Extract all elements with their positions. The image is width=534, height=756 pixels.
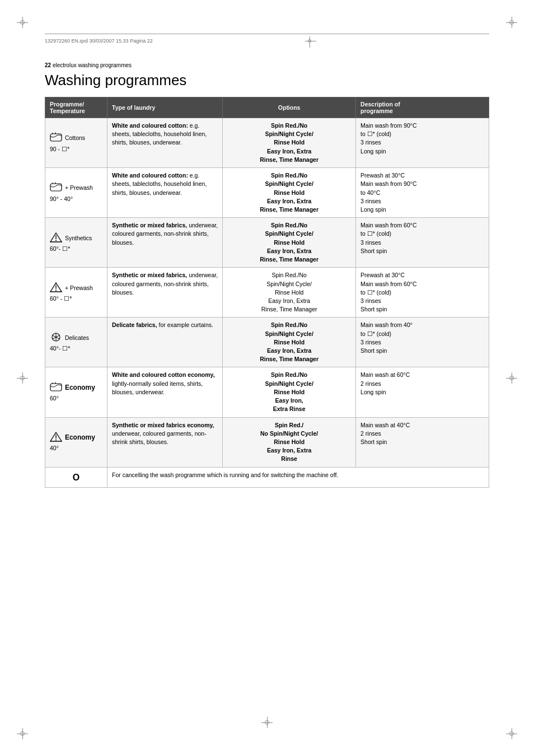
- prog-name-delicates: Delicates: [65, 334, 89, 341]
- svg-point-11: [55, 290, 57, 291]
- table-row: + Prewash 60° - ☐* Synthetic or mixed fa…: [45, 268, 489, 318]
- synthetics-prewash-icon: [50, 282, 62, 295]
- crosshair-br: [506, 728, 517, 739]
- type-economy-60: White and coloured cotton economy, light…: [107, 367, 223, 417]
- prog-name-economy-60: Economy: [65, 384, 95, 391]
- table-row: + Prewash 90° - 40° White and coloured c…: [45, 168, 489, 218]
- doc-file-info: 132972260 EN.qxd 30/03/2007 15.33 Pagina…: [45, 38, 153, 44]
- delicates-icon: [50, 332, 62, 344]
- table-row: Economy 40° Synthetic or mixed fabrics e…: [45, 417, 489, 467]
- desc-cottons: Main wash from 90°Cto ☐* (cold)3 rinsesL…: [356, 118, 489, 168]
- table-row: Cottons 90 - ☐* White and coloured cotto…: [45, 118, 489, 168]
- washing-programmes-table: Programme/Temperature Type of laundry Op…: [45, 97, 489, 488]
- crosshair-tr: [506, 17, 517, 28]
- prog-temp-economy-60: 60°: [50, 394, 102, 403]
- page-subtitle: 22 electrolux washing programmes: [45, 62, 489, 68]
- options-synthetics: Spin Red./NoSpin/Night Cycle/Rinse HoldE…: [223, 218, 356, 268]
- prog-temp-cottons: 90 - ☐*: [50, 145, 102, 153]
- crosshair-right: [506, 372, 517, 384]
- crosshair-top-center: [305, 36, 314, 45]
- type-delicates: Delicate fabrics, for example curtains.: [107, 318, 223, 367]
- programme-synthetics: Synthetics 60°- ☐*: [45, 218, 107, 268]
- col-header-options: Options: [223, 97, 356, 118]
- crosshair-bl: [17, 728, 28, 739]
- options-synthetics-prewash: Spin Red./NoSpin/Night Cycle/Rinse HoldE…: [223, 268, 356, 318]
- crosshair-left: [17, 372, 28, 384]
- svg-point-8: [55, 240, 57, 241]
- desc-cottons-prewash: Prewash at 30°CMain wash from 90°Cto 40°…: [356, 168, 489, 218]
- type-economy-40: Synthetic or mixed fabrics economy, unde…: [107, 417, 223, 467]
- cancel-icon: O: [73, 473, 79, 482]
- type-synthetics-prewash: Synthetic or mixed fabrics, underwear, c…: [107, 268, 223, 318]
- col-header-type: Type of laundry: [107, 97, 223, 118]
- prog-temp-synthetics-prewash: 60° - ☐*: [50, 295, 102, 303]
- type-cottons: White and coloured cotton: e.g. sheets, …: [107, 118, 223, 168]
- table-row: Delicates 40°- ☐* Delicate fabrics, for …: [45, 318, 489, 367]
- cottons-icon: [50, 132, 62, 144]
- crosshair-tl: [17, 17, 28, 28]
- options-cottons: Spin Red./NoSpin/Night Cycle/Rinse HoldE…: [223, 118, 356, 168]
- economy-synth-icon: [50, 432, 62, 444]
- prog-name-synthetics: Synthetics: [65, 234, 92, 241]
- desc-economy-40: Main wash at 40°C2 rinsesShort spin: [356, 417, 489, 467]
- table-row: O For cancelling the wash programme whic…: [45, 467, 489, 487]
- desc-synthetics: Main wash from 60°Cto ☐* (cold)3 rinsesS…: [356, 218, 489, 268]
- prog-temp-synthetics: 60°- ☐*: [50, 245, 102, 253]
- prog-name-economy-40: Economy: [65, 433, 95, 441]
- programme-cancel: O: [45, 467, 107, 487]
- brand-name: electrolux: [53, 62, 77, 68]
- crosshair-bottom: [261, 717, 273, 728]
- type-synthetics: Synthetic or mixed fabrics, underwear, c…: [107, 218, 223, 268]
- type-cancel: For cancelling the wash programme which …: [107, 467, 489, 487]
- options-cottons-prewash: Spin Red./NoSpin/Night Cycle/Rinse HoldE…: [223, 168, 356, 218]
- prog-temp-economy-40: 40°: [50, 444, 102, 452]
- programme-cottons: Cottons 90 - ☐*: [45, 118, 107, 168]
- economy-cotton-icon: [50, 382, 62, 394]
- desc-delicates: Main wash from 40°to ☐* (cold)3 rinsesSh…: [356, 318, 489, 367]
- table-row: Synthetics 60°- ☐* Synthetic or mixed fa…: [45, 218, 489, 268]
- synthetics-icon: [50, 232, 62, 245]
- prog-name-synthetics-prewash: + Prewash: [65, 284, 93, 291]
- prog-name-cottons: Cottons: [65, 134, 85, 141]
- svg-point-21: [55, 439, 57, 440]
- desc-economy-60: Main wash at 60°C2 rinsesLong spin: [356, 367, 489, 417]
- prog-name-cottons-prewash: + Prewash: [65, 184, 93, 191]
- table-row: Economy 60° White and coloured cotton ec…: [45, 367, 489, 417]
- programme-synthetics-prewash: + Prewash 60° - ☐*: [45, 268, 107, 318]
- programme-delicates: Delicates 40°- ☐*: [45, 318, 107, 367]
- options-economy-40: Spin Red./No Spin/Night Cycle/Rinse Hold…: [223, 417, 356, 467]
- prog-temp-cottons-prewash: 90° - 40°: [50, 195, 102, 203]
- page: 132972260 EN.qxd 30/03/2007 15.33 Pagina…: [0, 0, 534, 756]
- section-name: washing programmes: [78, 62, 132, 68]
- prog-temp-delicates: 40°- ☐*: [50, 344, 102, 353]
- programme-cottons-prewash: + Prewash 90° - 40°: [45, 168, 107, 218]
- doc-info-bar: 132972260 EN.qxd 30/03/2007 15.33 Pagina…: [45, 34, 489, 45]
- table-header-row: Programme/Temperature Type of laundry Op…: [45, 97, 489, 118]
- page-title: Washing programmes: [45, 72, 489, 89]
- options-delicates: Spin Red./NoSpin/Night Cycle/Rinse HoldE…: [223, 318, 356, 367]
- col-header-programme: Programme/Temperature: [45, 97, 107, 118]
- page-number: 22: [45, 62, 51, 68]
- programme-economy-40: Economy 40°: [45, 417, 107, 467]
- desc-synthetics-prewash: Prewash at 30°CMain wash from 60°Cto ☐* …: [356, 268, 489, 318]
- options-economy-60: Spin Red./NoSpin/Night Cycle/Rinse HoldE…: [223, 367, 356, 417]
- programme-economy-60: Economy 60°: [45, 367, 107, 417]
- type-cottons-prewash: White and coloured cotton: e.g. sheets, …: [107, 168, 223, 218]
- cottons-prewash-icon: [50, 182, 62, 194]
- col-header-description: Description ofprogramme: [356, 97, 489, 118]
